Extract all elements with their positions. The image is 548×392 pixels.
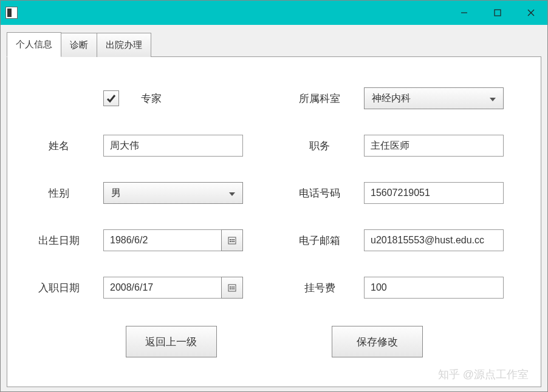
svg-rect-13: [228, 285, 236, 291]
svg-rect-6: [228, 237, 236, 244]
svg-rect-19: [233, 288, 235, 289]
expert-label: 专家: [141, 92, 162, 106]
tab-panel-personal: 专家 所属科室 神经内科 姓名 职: [7, 56, 541, 387]
field-hire-date: 入职日期: [32, 277, 256, 299]
field-name: 姓名: [32, 135, 256, 157]
tab-personal-info[interactable]: 个人信息: [7, 32, 61, 57]
email-label: 电子邮箱: [292, 234, 347, 248]
watermark: 知乎 @源点工作室: [438, 367, 529, 382]
hire-date-label: 入职日期: [32, 281, 86, 295]
birth-date-picker-button[interactable]: [221, 229, 243, 251]
field-expert: 专家: [32, 87, 256, 109]
gender-label: 性别: [32, 186, 86, 200]
app-icon: [5, 7, 18, 19]
field-phone: 电话号码: [292, 182, 516, 204]
birth-date-label: 出生日期: [32, 234, 86, 248]
calendar-icon: [228, 236, 236, 245]
field-department: 所属科室 神经内科: [292, 87, 516, 109]
name-label: 姓名: [32, 139, 86, 153]
position-input[interactable]: [364, 135, 504, 157]
svg-rect-9: [233, 239, 235, 240]
gender-select[interactable]: 男: [103, 182, 243, 204]
svg-rect-10: [230, 241, 231, 242]
phone-label: 电话号码: [292, 186, 347, 200]
field-gender: 性别 男: [32, 182, 256, 204]
form-grid: 专家 所属科室 神经内科 姓名 职: [32, 87, 516, 299]
svg-rect-18: [231, 288, 233, 289]
phone-input[interactable]: [364, 182, 504, 204]
svg-rect-17: [230, 288, 231, 289]
email-input[interactable]: [364, 229, 504, 251]
svg-rect-8: [231, 239, 233, 240]
close-icon: [527, 8, 535, 17]
position-label: 职务: [292, 139, 347, 153]
calendar-icon: [228, 283, 236, 292]
svg-marker-5: [229, 192, 235, 196]
chevron-down-icon: [229, 188, 235, 198]
chevron-down-icon: [490, 93, 496, 104]
svg-rect-16: [233, 286, 235, 288]
checkmark-icon: [106, 93, 117, 104]
field-email: 电子邮箱: [292, 229, 516, 251]
minimize-button[interactable]: [447, 1, 481, 25]
tab-bar: 个人信息 诊断 出院办理: [7, 32, 541, 57]
fee-label: 挂号费: [292, 281, 347, 295]
titlebar: [1, 1, 547, 25]
maximize-button[interactable]: [481, 1, 514, 25]
svg-rect-1: [495, 10, 501, 16]
hire-date-picker-button[interactable]: [221, 277, 243, 299]
expert-checkbox[interactable]: [103, 90, 119, 106]
minimize-icon: [461, 9, 468, 16]
tab-diagnosis[interactable]: 诊断: [61, 33, 97, 57]
field-position: 职务: [292, 135, 516, 157]
birth-date-input[interactable]: [103, 229, 221, 251]
window-controls: [447, 1, 547, 25]
app-window: 个人信息 诊断 出院办理 专家 所属科室: [0, 0, 548, 392]
content-area: 个人信息 诊断 出院办理 专家 所属科室: [1, 25, 547, 392]
fee-input[interactable]: [364, 277, 504, 299]
svg-marker-4: [490, 98, 496, 101]
svg-rect-15: [231, 286, 233, 288]
department-value: 神经内科: [372, 92, 411, 105]
gender-value: 男: [111, 187, 121, 200]
tab-discharge[interactable]: 出院办理: [97, 33, 151, 57]
close-button[interactable]: [514, 1, 547, 25]
maximize-icon: [494, 9, 501, 16]
svg-rect-11: [231, 241, 233, 242]
svg-rect-14: [230, 286, 231, 288]
field-birth-date: 出生日期: [32, 229, 256, 251]
hire-date-input[interactable]: [103, 277, 221, 299]
field-fee: 挂号费: [292, 277, 516, 299]
svg-rect-7: [230, 239, 231, 240]
name-input[interactable]: [103, 135, 243, 157]
button-row: 返回上一级 保存修改: [32, 326, 516, 357]
department-label: 所属科室: [292, 92, 347, 106]
save-button[interactable]: 保存修改: [332, 326, 423, 357]
back-button[interactable]: 返回上一级: [126, 326, 217, 357]
svg-rect-12: [233, 241, 235, 242]
department-select[interactable]: 神经内科: [364, 87, 504, 109]
